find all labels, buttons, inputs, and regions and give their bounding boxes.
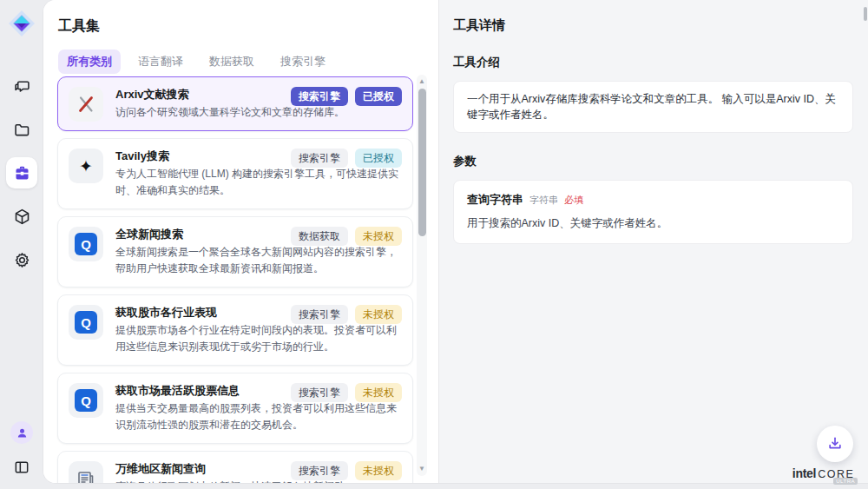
tab-category-1[interactable]: 语言翻译 [129, 50, 192, 74]
tool-badges: 搜索引擎 未授权 [291, 383, 402, 402]
panel-layout-icon [13, 459, 30, 476]
package-icon [13, 208, 31, 226]
intro-text: 一个用于从Arxiv存储库搜索科学论文和文章的工具。 输入可以是Arxiv ID… [467, 91, 839, 122]
sidebar-item-tools[interactable] [6, 157, 37, 188]
tool-icon-box [69, 87, 103, 122]
sidebar [0, 0, 43, 489]
tool-icon-box: ✦ [69, 149, 103, 183]
category-badge: 数据获取 [291, 227, 348, 246]
tool-badges: 数据获取 未授权 [291, 227, 402, 246]
ultra-badge: ultra [833, 478, 858, 485]
q-news-icon: Q [75, 311, 97, 334]
intel-wordmark: intel [792, 466, 816, 480]
intro-heading: 工具介绍 [453, 55, 853, 70]
tool-icon-box: Q [69, 305, 103, 340]
folder-icon [13, 121, 31, 139]
tool-icon-box: Q [69, 383, 103, 418]
tool-detail-panel: 工具详情 工具介绍 一个用于从Arxiv存储库搜索科学论文和文章的工具。 输入可… [438, 0, 868, 483]
chat-icon [13, 77, 31, 96]
intro-card: 一个用于从Arxiv存储库搜索科学论文和文章的工具。 输入可以是Arxiv ID… [453, 81, 853, 133]
app-window: 工具集 所有类别语言翻译数据获取搜索引擎 Arxiv文献搜索 访问各个研究领域大… [0, 0, 868, 489]
tool-icon-box [69, 461, 103, 483]
toolset-panel: 工具集 所有类别语言翻译数据获取搜索引擎 Arxiv文献搜索 访问各个研究领域大… [43, 0, 438, 483]
sidebar-item-settings[interactable] [6, 244, 37, 275]
page-title: 工具集 [58, 17, 438, 36]
category-badge: 搜索引擎 [291, 383, 348, 402]
param-required-flag: 必填 [564, 194, 583, 207]
category-badge: 搜索引擎 [291, 149, 348, 168]
category-badge: 搜索引擎 [291, 461, 348, 480]
auth-status-badge: 已授权 [355, 149, 402, 168]
tool-badges: 搜索引擎 未授权 [291, 461, 402, 480]
app-logo [8, 10, 36, 37]
intel-core-logo: intel core ultra [792, 466, 858, 485]
sidebar-collapse-button[interactable] [9, 454, 35, 480]
user-avatar-icon [10, 421, 33, 444]
sidebar-item-chat[interactable] [6, 70, 37, 102]
tool-card-4[interactable]: Q 获取市场最活跃股票信息 提供当天交易量最高的股票列表，投资者可以利用这些信息… [57, 373, 413, 444]
params-heading: 参数 [453, 154, 853, 169]
tool-description: 访问各个研究领域大量科学论文和文章的存储库。 [115, 104, 400, 121]
detail-title: 工具详情 [453, 17, 853, 34]
category-badge: 搜索引擎 [291, 87, 348, 106]
sidebar-item-account[interactable] [9, 420, 35, 446]
auth-status-badge: 未授权 [355, 383, 402, 402]
auth-status-badge: 未授权 [355, 305, 402, 324]
scrollbar-thumb[interactable] [418, 89, 426, 236]
tool-description: 提供当天交易量最高的股票列表，投资者可以利用这些信息来识别流动性强的股票和潜在的… [115, 400, 400, 433]
list-scrollbar[interactable]: ▲ ▼ [417, 75, 427, 476]
arxiv-x-icon [76, 94, 96, 115]
main-window: 工具集 所有类别语言翻译数据获取搜索引擎 Arxiv文献搜索 访问各个研究领域大… [43, 0, 868, 483]
tool-card-2[interactable]: Q 全球新闻搜索 全球新闻搜索是一个聚合全球各大新闻网站内容的搜索引擎，帮助用户… [57, 216, 413, 287]
tool-card-0[interactable]: Arxiv文献搜索 访问各个研究领域大量科学论文和文章的存储库。 搜索引擎 已授… [57, 76, 413, 131]
param-type: 字符串 [529, 194, 558, 207]
tool-description: 全球新闻搜索是一个聚合全球各大新闻网站内容的搜索引擎，帮助用户快速获取全球最新资… [115, 244, 400, 277]
param-description: 用于搜索的Arxiv ID、关键字或作者姓名。 [467, 215, 839, 231]
download-icon [826, 435, 844, 453]
param-name: 查询字符串 [467, 192, 523, 208]
tool-card-1[interactable]: ✦ Tavily搜索 专为人工智能代理 (LLM) 构建的搜索引擎工具，可快速提… [57, 138, 413, 209]
toolbox-icon [13, 164, 31, 182]
tab-category-0[interactable]: 所有类别 [58, 50, 121, 74]
category-badge: 搜索引擎 [291, 305, 348, 324]
newspaper-icon [76, 468, 96, 483]
sidebar-item-packages[interactable] [6, 201, 37, 232]
tool-badges: 搜索引擎 已授权 [291, 149, 402, 168]
scroll-down-icon[interactable]: ▼ [417, 464, 427, 474]
tool-icon-box: Q [69, 227, 103, 261]
tool-description: 提供股票市场各个行业在特定时间段内的表现。投资者可以利用这些信息来识别表现优于或… [115, 322, 400, 355]
scroll-up-icon[interactable]: ▲ [417, 76, 427, 87]
auth-status-badge: 未授权 [355, 227, 402, 246]
q-news-icon: Q [75, 233, 97, 255]
page-scrollbar-thumb[interactable] [864, 7, 867, 21]
download-button[interactable] [817, 426, 853, 462]
sparkle-icon: ✦ [79, 158, 93, 175]
sidebar-item-files[interactable] [6, 114, 37, 145]
auth-status-badge: 已授权 [355, 87, 402, 106]
param-card: 查询字符串 字符串 必填 用于搜索的Arxiv ID、关键字或作者姓名。 [453, 180, 853, 244]
tool-badges: 搜索引擎 未授权 [291, 305, 402, 324]
tool-list: Arxiv文献搜索 访问各个研究领域大量科学论文和文章的存储库。 搜索引擎 已授… [57, 76, 413, 483]
tool-card-3[interactable]: Q 获取股市各行业表现 提供股票市场各个行业在特定时间段内的表现。投资者可以利用… [57, 294, 413, 366]
tab-category-3[interactable]: 搜索引擎 [272, 50, 334, 74]
tool-description: 专为人工智能代理 (LLM) 构建的搜索引擎工具，可快速提供实时、准确和真实的结… [115, 166, 400, 199]
tool-badges: 搜索引擎 已授权 [291, 87, 402, 106]
gear-icon [13, 251, 31, 269]
q-news-icon: Q [75, 389, 97, 412]
category-tabs: 所有类别语言翻译数据获取搜索引擎 [58, 50, 438, 74]
auth-status-badge: 未授权 [355, 461, 402, 480]
tab-category-2[interactable]: 数据获取 [201, 50, 263, 74]
tool-card-5[interactable]: 万维地区新闻查询 查询具体行政区划内的新闻，快速了解各地新闻动 搜索引擎 未授权 [57, 451, 413, 483]
